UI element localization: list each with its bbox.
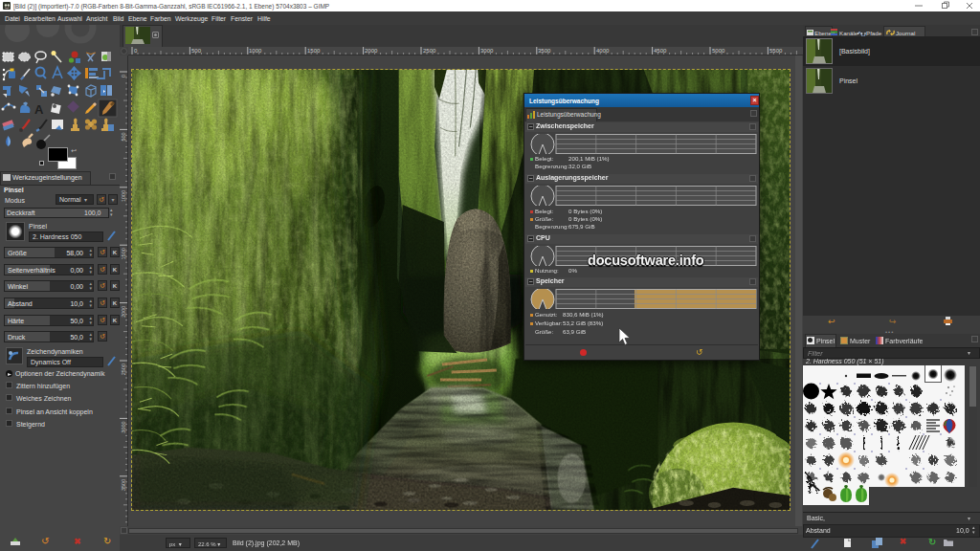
svg-text:500: 500 (191, 48, 202, 54)
svg-text:A: A (34, 102, 44, 117)
svg-text:3000: 3000 (121, 421, 126, 432)
svg-text:1500: 1500 (307, 48, 321, 54)
svg-text:2500: 2500 (121, 364, 126, 375)
svg-text:3500: 3500 (538, 48, 551, 54)
svg-text:3500: 3500 (121, 479, 126, 491)
svg-text:1500: 1500 (121, 248, 126, 259)
svg-text:4000: 4000 (596, 48, 610, 54)
svg-text:3000: 3000 (480, 48, 494, 54)
svg-text:1000: 1000 (249, 48, 262, 54)
svg-text:5000: 5000 (712, 48, 725, 54)
svg-text:2000: 2000 (121, 306, 126, 318)
svg-text:5500: 5500 (769, 48, 783, 54)
svg-text:4500: 4500 (654, 48, 667, 54)
svg-text:2500: 2500 (423, 48, 436, 54)
svg-text:1000: 1000 (121, 190, 126, 202)
svg-text:2000: 2000 (365, 48, 378, 54)
svg-text:500: 500 (121, 132, 126, 141)
svg-text:0: 0 (134, 48, 138, 54)
